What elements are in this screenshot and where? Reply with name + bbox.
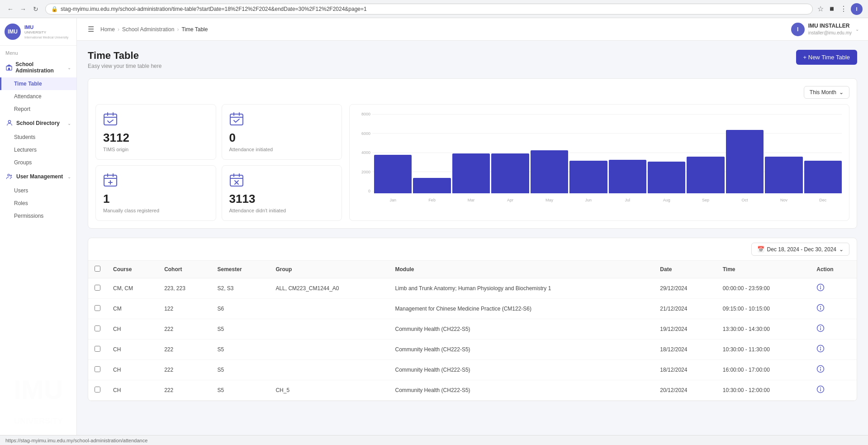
month-filter-label: This Month: [810, 89, 836, 96]
sidebar-item-groups[interactable]: Groups: [0, 156, 76, 169]
attendance-not-initiated-value: 3113: [229, 192, 335, 206]
calendar-check-icon: [103, 112, 118, 126]
user-name: IMU INSTALLER: [808, 23, 852, 30]
action-info-button[interactable]: [816, 365, 825, 375]
action-info-button[interactable]: [816, 324, 825, 334]
sidebar: IMU IMU UNIVERSITY International Medical…: [0, 18, 77, 435]
select-all-checkbox[interactable]: [95, 266, 100, 272]
row-group: ALL, CM223_CM1244_A0: [269, 278, 389, 299]
attendance-initiated-value: 0: [229, 131, 335, 145]
x-label-jun: Jun: [569, 198, 607, 202]
attendance-not-initiated-label: Attendance didn't initiated: [229, 208, 335, 213]
header-date: Date: [654, 261, 716, 278]
sidebar-item-roles[interactable]: Roles: [0, 197, 76, 210]
row-cohort: 222: [158, 380, 211, 401]
page-subtitle: Easy view your time table here: [88, 63, 161, 69]
breadcrumb-home[interactable]: Home: [100, 26, 115, 33]
y-label-4000: 4000: [357, 150, 370, 155]
row-date: 19/12/2024: [654, 319, 716, 340]
refresh-button[interactable]: ↻: [31, 4, 41, 14]
extensions-icon[interactable]: ◾: [827, 5, 836, 13]
bar-feb: [413, 178, 451, 193]
row-action: [810, 340, 857, 360]
row-time: 00:00:00 - 23:59:00: [716, 278, 811, 299]
row-time: 13:30:00 - 14:30:00: [716, 319, 811, 340]
row-date: 29/12/2024: [654, 278, 716, 299]
action-info-button[interactable]: [816, 345, 825, 354]
bar-oct: [726, 130, 764, 193]
y-label-8000: 8000: [357, 112, 370, 116]
bar-nov: [765, 157, 802, 193]
sidebar-toggle-button[interactable]: ☰: [86, 24, 96, 34]
row-action: [810, 319, 857, 340]
school-directory-chevron: ⌄: [67, 121, 71, 126]
new-timetable-button[interactable]: + New Time Table: [796, 50, 857, 65]
row-checkbox-0[interactable]: [95, 285, 100, 291]
user-mgmt-icon: [5, 172, 14, 181]
x-label-mar: Mar: [452, 198, 490, 202]
row-checkbox-4[interactable]: [95, 366, 100, 372]
row-checkbox-5[interactable]: [95, 387, 100, 392]
x-label-oct: Oct: [726, 198, 764, 202]
action-info-button[interactable]: [816, 283, 825, 293]
sidebar-item-lecturers[interactable]: Lecturers: [0, 144, 76, 156]
row-checkbox-cell: [88, 299, 107, 319]
row-checkbox-cell: [88, 340, 107, 360]
table-header-row: Course Cohort Semester Group Module Date…: [88, 261, 857, 278]
chart-area: 8000 6000 4000: [349, 104, 849, 221]
row-date: 20/12/2024: [654, 380, 716, 401]
stat-card-attendance-initiated: 0 Attendance initiated: [222, 104, 342, 160]
user-details: IMU INSTALLER installer@imu.edu.my: [808, 23, 852, 36]
sidebar-item-users[interactable]: Users: [0, 184, 76, 197]
row-time: 09:15:00 - 10:15:00: [716, 299, 811, 319]
row-checkbox-cell: [88, 380, 107, 401]
table-row: CH 222 S5 CH_5 Community Health (CH222-S…: [88, 380, 857, 401]
app-container: IMU IMU UNIVERSITY International Medical…: [0, 18, 868, 435]
school-admin-title: School Administration: [5, 61, 67, 74]
breadcrumb: Home › School Administration › Time Tabl…: [100, 26, 208, 33]
breadcrumb-parent[interactable]: School Administration: [122, 26, 174, 33]
date-filter-chevron: ⌄: [839, 246, 844, 253]
sidebar-item-attendance[interactable]: Attendance: [0, 90, 76, 103]
x-label-dec: Dec: [804, 198, 842, 202]
address-bar[interactable]: 🔒 stag-myimu.imu.edu.my/school-administr…: [45, 4, 813, 14]
row-checkbox-3[interactable]: [95, 346, 100, 352]
browser-profile-avatar[interactable]: I: [851, 3, 863, 15]
row-course: CH: [107, 380, 158, 401]
stats-section-header: This Month ⌄: [95, 86, 849, 99]
action-info-button[interactable]: [816, 304, 825, 314]
row-cohort: 223, 223: [158, 278, 211, 299]
x-label-sep: Sep: [687, 198, 724, 202]
row-action: [810, 299, 857, 319]
sidebar-section-user-mgmt[interactable]: User Management ⌄: [0, 169, 76, 184]
user-info[interactable]: I IMU INSTALLER installer@imu.edu.my ⌄: [791, 23, 859, 36]
browser-controls[interactable]: ← → ↻: [5, 4, 41, 14]
bar-jul: [609, 160, 646, 193]
month-filter-button[interactable]: This Month ⌄: [804, 86, 849, 99]
svg-point-2: [8, 120, 10, 123]
forward-button[interactable]: →: [18, 4, 28, 14]
x-label-feb: Feb: [413, 198, 451, 202]
logo-icon: IMU: [5, 24, 21, 40]
sidebar-item-time-table[interactable]: Time Table: [0, 77, 76, 90]
sidebar-item-students[interactable]: Students: [0, 131, 76, 144]
header-checkbox-cell: [88, 261, 107, 278]
row-checkbox-cell: [88, 278, 107, 299]
stat-card-tims-origin: 3112 TIMS origin: [95, 104, 216, 160]
row-checkbox-1[interactable]: [95, 305, 100, 311]
date-filter-button[interactable]: 📅 Dec 18, 2024 - Dec 30, 2024 ⌄: [751, 243, 849, 256]
sidebar-item-permissions[interactable]: Permissions: [0, 210, 76, 222]
back-button[interactable]: ←: [5, 4, 15, 14]
row-module: Limb and Trunk Anatomy; Human Physiology…: [389, 278, 654, 299]
bookmark-icon[interactable]: ☆: [817, 5, 824, 13]
row-action: [810, 278, 857, 299]
sidebar-section-school-admin[interactable]: School Administration ⌄: [0, 57, 76, 77]
x-label-apr: Apr: [491, 198, 529, 202]
row-checkbox-2[interactable]: [95, 325, 100, 331]
chart-x-labels: Jan Feb Mar Apr May Jun Jul Aug Sep Oc: [374, 198, 842, 202]
sidebar-item-report[interactable]: Report: [0, 103, 76, 115]
sidebar-section-school-directory[interactable]: School Directory ⌄: [0, 115, 76, 131]
action-info-button[interactable]: [816, 385, 825, 395]
menu-label: Menu: [0, 46, 76, 57]
menu-dots-icon[interactable]: ⋮: [840, 5, 847, 13]
